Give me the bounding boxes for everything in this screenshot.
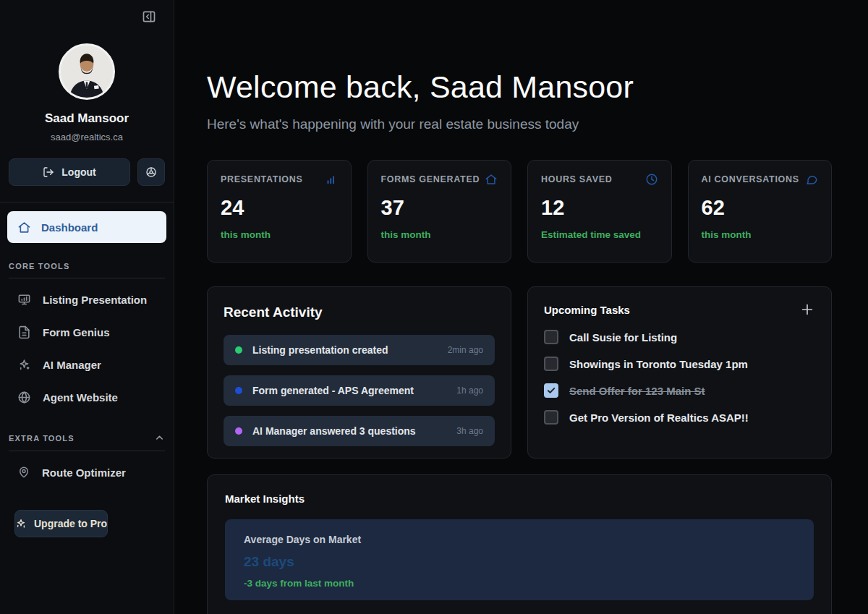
activity-item[interactable]: Listing presentation created 2min ago [224, 335, 495, 365]
activity-time: 2min ago [448, 345, 483, 355]
task-row[interactable]: Get Pro Version of Realtics ASAP!! [544, 410, 815, 425]
recent-activity-title: Recent Activity [224, 304, 495, 320]
check-icon [546, 385, 556, 396]
task-row[interactable]: Showings in Toronto Tuesday 1pm [544, 357, 815, 371]
sidebar-item-listing-presentation[interactable]: Listing Presentation [7, 283, 166, 316]
bar-chart-icon [325, 173, 338, 186]
upgrade-to-pro-button[interactable]: Upgrade to Pro [14, 510, 108, 537]
plus-icon [799, 302, 815, 317]
task-checkbox[interactable] [544, 330, 558, 344]
sidebar-item-label: Form Genius [43, 326, 110, 338]
stat-label: FORMS GENERATED [381, 174, 480, 184]
stat-card-presentations: PRESENTATIONS 24 this month [207, 160, 352, 263]
stat-card-hours-saved: HOURS SAVED 12 Estimated time saved [527, 160, 672, 263]
stat-caption: this month [381, 229, 498, 240]
activity-text: Form generated - APS Agreement [252, 385, 414, 396]
stat-caption: this month [221, 229, 338, 240]
presentation-icon [17, 293, 31, 307]
status-dot-purple [235, 427, 242, 435]
extra-tools-header-label: EXTRA TOOLS [9, 434, 75, 443]
recent-activity-panel: Recent Activity Listing presentation cre… [207, 286, 511, 459]
stat-label: PRESENTATIONS [221, 174, 303, 184]
stat-caption: this month [702, 229, 819, 240]
task-label: Get Pro Version of Realtics ASAP!! [569, 412, 749, 424]
settings-button[interactable] [137, 158, 165, 186]
task-checkbox[interactable] [544, 410, 558, 425]
profile-name: Saad Mansoor [0, 111, 174, 126]
task-row-completed[interactable]: Send Offer for 123 Main St [544, 383, 815, 398]
metric-value: 23 days [244, 554, 795, 570]
logout-icon [43, 166, 54, 178]
chat-icon [805, 173, 818, 186]
task-label: Send Offer for 123 Main St [569, 385, 705, 397]
extra-tools-divider [9, 451, 165, 451]
stat-caption: Estimated time saved [541, 229, 658, 240]
task-row[interactable]: Call Susie for Listing [544, 330, 815, 344]
upgrade-label: Upgrade to Pro [34, 518, 107, 529]
stat-value: 24 [221, 196, 338, 220]
stat-card-forms-generated: FORMS GENERATED 37 this month [367, 160, 512, 263]
stat-label: AI CONVERSATIONS [702, 174, 799, 184]
market-insights-panel: Market Insights Average Days on Market 2… [207, 474, 832, 614]
chevron-up-icon[interactable] [154, 432, 165, 443]
sparkles-icon [17, 358, 31, 372]
upcoming-tasks-title: Upcoming Tasks [544, 304, 630, 316]
profile-email: saad@realtics.ca [0, 132, 174, 142]
sidebar: Saad Mansoor saad@realtics.ca Logout [0, 0, 174, 614]
logout-label: Logout [61, 166, 95, 178]
task-checkbox[interactable] [544, 357, 558, 371]
stat-value: 12 [541, 196, 658, 220]
page-subtitle: Here's what's happening with your real e… [207, 116, 832, 132]
main-content: Welcome back, Saad Mansoor Here's what's… [174, 0, 868, 614]
home-icon [17, 221, 31, 234]
collapse-sidebar-button[interactable] [142, 9, 156, 24]
market-insights-title: Market Insights [225, 493, 814, 505]
add-task-button[interactable] [799, 302, 815, 317]
sidebar-item-route-optimizer[interactable]: Route Optimizer [7, 456, 166, 488]
activity-time: 3h ago [456, 426, 483, 436]
stat-value: 37 [381, 196, 498, 220]
core-tools-header-label: CORE TOOLS [9, 262, 70, 270]
map-pin-icon [17, 466, 30, 479]
stat-label: HOURS SAVED [541, 174, 612, 184]
logout-button[interactable]: Logout [9, 158, 130, 186]
panel-collapse-icon [142, 9, 156, 24]
account-actions: Logout [0, 158, 174, 186]
profile-block: Saad Mansoor saad@realtics.ca [0, 43, 174, 142]
core-tools-divider [9, 278, 165, 278]
stats-row: PRESENTATIONS 24 this month FORMS GENERA… [207, 160, 832, 263]
activity-text: Listing presentation created [252, 344, 388, 356]
task-label: Showings in Toronto Tuesday 1pm [569, 358, 748, 370]
metric-label: Average Days on Market [244, 534, 795, 545]
core-tools-header: CORE TOOLS [9, 262, 165, 270]
activity-text: AI Manager answered 3 questions [252, 425, 416, 437]
sidebar-item-label: Listing Presentation [43, 294, 147, 306]
globe-icon [17, 391, 31, 404]
activity-item[interactable]: AI Manager answered 3 questions 3h ago [224, 416, 495, 446]
sparkle-icon [15, 518, 27, 529]
metric-change: -3 days from last month [244, 578, 795, 589]
extra-tools-header: EXTRA TOOLS [9, 432, 165, 443]
sidebar-item-form-genius[interactable]: Form Genius [7, 316, 166, 349]
sidebar-item-label: Dashboard [41, 221, 98, 234]
status-dot-green [235, 346, 242, 354]
extra-tools-group: Route Optimizer [7, 456, 166, 488]
sidebar-item-label: AI Manager [43, 359, 101, 371]
document-icon [17, 325, 31, 339]
task-label: Call Susie for Listing [569, 331, 677, 344]
sidebar-item-dashboard[interactable]: Dashboard [7, 211, 166, 243]
sidebar-item-label: Agent Website [43, 391, 118, 404]
market-metric-box: Average Days on Market 23 days -3 days f… [225, 519, 814, 600]
sidebar-item-label: Route Optimizer [42, 466, 126, 479]
stat-card-ai-conversations: AI CONVERSATIONS 62 this month [688, 160, 833, 263]
app-root: Saad Mansoor saad@realtics.ca Logout [0, 0, 868, 614]
upcoming-tasks-panel: Upcoming Tasks Call Susie for Listing [527, 286, 832, 459]
task-checkbox-checked[interactable] [544, 383, 558, 398]
sidebar-item-agent-website[interactable]: Agent Website [7, 381, 166, 414]
sidebar-item-ai-manager[interactable]: AI Manager [7, 349, 166, 381]
sidebar-nav: Dashboard CORE TOOLS Listing Presentatio… [0, 202, 174, 537]
activity-item[interactable]: Form generated - APS Agreement 1h ago [224, 375, 495, 406]
settings-icon [145, 166, 158, 179]
home-icon [485, 173, 498, 186]
core-tools-group: Listing Presentation Form Genius [7, 283, 166, 414]
